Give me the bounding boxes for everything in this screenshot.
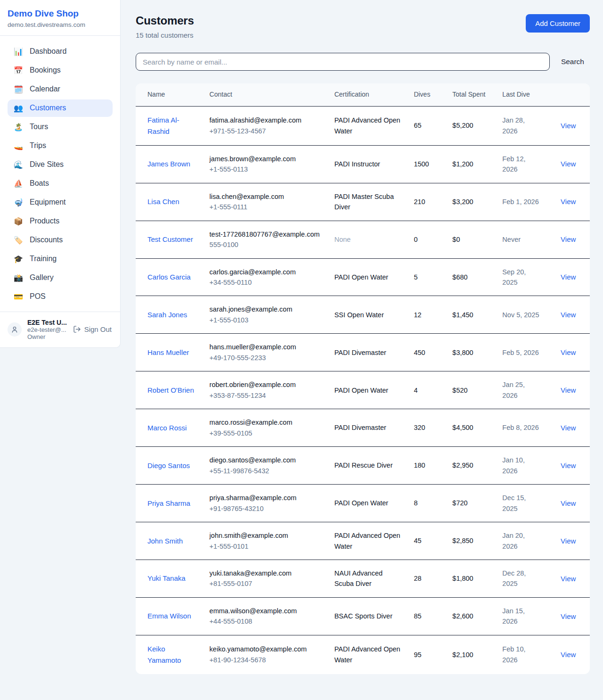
customer-total-spent: $2,950 [447,447,497,485]
customer-total-spent: $1,800 [447,560,497,598]
customers-table: Name Contact Certification Dives Total S… [136,83,590,674]
customer-name-link[interactable]: Emma Wilson [147,612,191,620]
customer-name-link[interactable]: Priya Sharma [147,499,190,507]
customer-name-link[interactable]: Sarah Jones [147,311,187,319]
add-customer-button[interactable]: Add Customer [526,14,590,33]
column-header-name: Name [136,83,204,106]
sidebar-item-gallery[interactable]: 📸 Gallery [8,269,113,287]
view-link[interactable]: View [561,122,576,130]
main-content: Customers 15 total customers Add Custome… [121,0,603,688]
sidebar-item-label: Products [30,217,59,225]
view-link[interactable]: View [561,160,576,168]
sidebar-item-label: Customers [30,104,66,112]
customer-dives: 5 [408,258,447,296]
view-link[interactable]: View [561,575,576,583]
sidebar-item-customers[interactable]: 👥 Customers [8,99,113,117]
customer-phone: +1-555-0101 [210,541,323,552]
sidebar-nav: 📊 Dashboard 📅 Bookings 🗓️ Calendar 👥 Cus… [0,36,120,312]
customer-dives: 28 [408,560,447,598]
customer-last-dive: Jan 15, 2026 [497,597,546,635]
table-row: Hans Mueller hans.mueller@example.com +4… [136,334,590,371]
sidebar-item-equipment[interactable]: 🤿 Equipment [8,194,113,211]
customer-dives: 45 [408,522,447,560]
sign-out-button[interactable]: Sign Out [73,325,113,333]
table-row: Robert O'Brien robert.obrien@example.com… [136,371,590,409]
sidebar-item-pos[interactable]: 💳 POS [8,288,113,305]
customer-phone: +44-555-0108 [210,616,323,626]
view-link[interactable]: View [561,198,576,206]
customer-name-link[interactable]: Diego Santos [147,461,190,469]
customer-name-link[interactable]: Hans Mueller [147,348,189,356]
sidebar-item-label: Trips [30,141,46,150]
customer-name-link[interactable]: Lisa Chen [147,198,179,206]
sidebar-item-label: POS [30,292,46,301]
customer-last-dive: Dec 15, 2025 [497,485,546,522]
customer-certification: PADI Advanced Open Water [329,106,408,145]
customer-total-spent: $720 [447,485,497,522]
column-header-total-spent: Total Spent [447,83,497,106]
sidebar-item-bookings[interactable]: 📅 Bookings [8,62,113,79]
logout-icon [73,325,81,333]
view-link[interactable]: View [561,537,576,545]
customer-certification: PADI Open Water [329,371,408,409]
customer-last-dive: Jan 10, 2026 [497,447,546,485]
customer-name-link[interactable]: Fatima Al-Rashid [147,116,179,135]
customer-name-link[interactable]: Test Customer [147,235,193,243]
sidebar-item-boats[interactable]: ⛵ Boats [8,175,113,192]
customer-name-link[interactable]: Yuki Tanaka [147,574,186,582]
customer-dives: 85 [408,597,447,635]
customer-last-dive: Feb 8, 2026 [497,409,546,447]
view-link[interactable]: View [561,311,576,319]
view-link[interactable]: View [561,348,576,356]
customer-total-spent: $2,100 [447,635,497,674]
table-row: Sarah Jones sarah.jones@example.com +1-5… [136,296,590,334]
customer-name-link[interactable]: Carlos Garcia [147,273,191,281]
user-role: Owner [27,333,67,340]
customer-dives: 95 [408,635,447,674]
sidebar-item-dive-sites[interactable]: 🌊 Dive Sites [8,156,113,173]
table-row: Fatima Al-Rashid fatima.alrashid@example… [136,106,590,145]
sidebar-item-products[interactable]: 📦 Products [8,213,113,230]
view-link[interactable]: View [561,386,576,394]
customer-dives: 65 [408,106,447,145]
table-row: Emma Wilson emma.wilson@example.com +44-… [136,597,590,635]
view-link[interactable]: View [561,235,576,243]
search-button[interactable]: Search [561,56,590,68]
customer-phone: +1-555-0111 [210,202,323,212]
trips-icon: 🚤 [14,141,23,150]
table-row: Keiko Yamamoto keiko.yamamoto@example.co… [136,635,590,674]
training-icon: 🎓 [14,255,23,264]
sidebar-item-discounts[interactable]: 🏷️ Discounts [8,231,113,249]
customer-certification: SSI Open Water [329,296,408,334]
customer-name-link[interactable]: Marco Rossi [147,424,187,432]
customer-phone: +91-98765-43210 [210,503,323,514]
view-link[interactable]: View [561,424,576,432]
sidebar-item-calendar[interactable]: 🗓️ Calendar [8,81,113,98]
view-link[interactable]: View [561,461,576,469]
view-link[interactable]: View [561,651,576,659]
search-input[interactable] [136,53,550,71]
customers-icon: 👥 [14,104,23,113]
customer-email: hans.mueller@example.com [210,342,323,352]
customer-name-link[interactable]: Robert O'Brien [147,386,194,394]
sidebar-item-training[interactable]: 🎓 Training [8,250,113,268]
customer-total-spent: $0 [447,221,497,258]
customer-count: 15 total customers [136,31,194,39]
sidebar-item-tours[interactable]: 🏝️ Tours [8,118,113,136]
sidebar-item-label: Tours [30,123,48,131]
table-row: Carlos Garcia carlos.garcia@example.com … [136,258,590,296]
view-link[interactable]: View [561,273,576,281]
table-header-row: Name Contact Certification Dives Total S… [136,83,590,106]
shop-domain: demo.test.divestreams.com [8,21,113,28]
customer-last-dive: Never [497,221,546,258]
sidebar-item-trips[interactable]: 🚤 Trips [8,137,113,155]
customer-name-link[interactable]: Keiko Yamamoto [147,645,181,664]
customer-phone: +971-55-123-4567 [210,126,323,136]
view-link[interactable]: View [561,499,576,507]
sidebar-item-dashboard[interactable]: 📊 Dashboard [8,43,113,60]
view-link[interactable]: View [561,612,576,620]
customer-name-link[interactable]: James Brown [147,160,190,168]
customer-name-link[interactable]: John Smith [147,537,183,545]
bookings-icon: 📅 [14,66,23,75]
customer-total-spent: $4,500 [447,409,497,447]
